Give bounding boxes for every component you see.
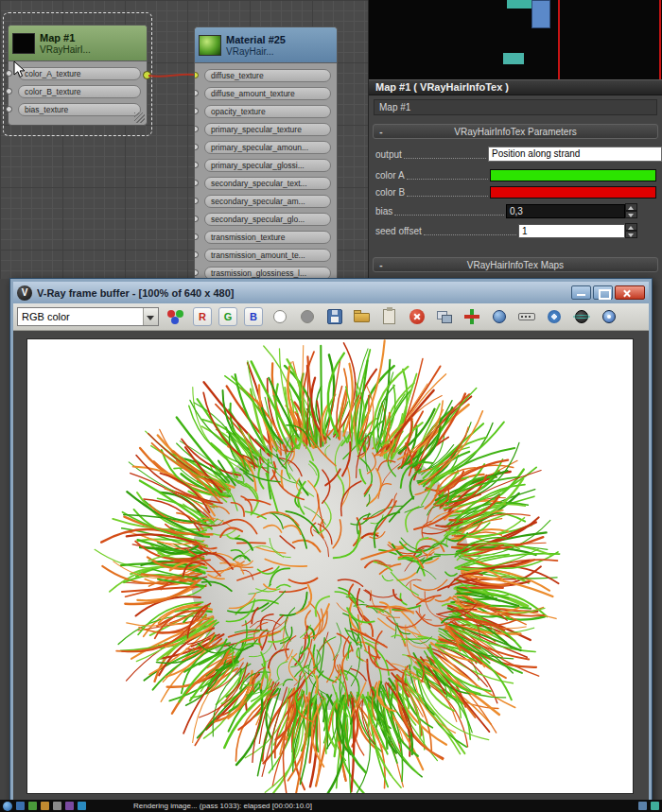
input-socket-icon[interactable] bbox=[194, 251, 199, 258]
blue-channel-button[interactable]: B bbox=[244, 307, 263, 326]
seed-offset-spinner[interactable] bbox=[625, 223, 637, 238]
color-a-label: color A bbox=[375, 170, 405, 181]
socket-label[interactable]: bias_texture bbox=[18, 103, 141, 116]
spinner-down-icon[interactable] bbox=[625, 231, 637, 238]
color-b-swatch[interactable] bbox=[490, 186, 656, 199]
socket-label[interactable]: transmission_amount_te... bbox=[204, 249, 331, 262]
chevron-down-icon[interactable] bbox=[143, 308, 158, 325]
socket-label[interactable]: color_A_texture bbox=[18, 67, 141, 80]
input-socket-icon[interactable] bbox=[194, 72, 199, 78]
socket-label[interactable]: primary_specular_texture bbox=[204, 123, 331, 136]
material-node[interactable]: Material #25 VRayHair... diffuse_texture… bbox=[194, 26, 338, 279]
collapse-icon[interactable]: - bbox=[374, 127, 389, 137]
map-output-socket[interactable] bbox=[143, 71, 151, 79]
clear-image-icon[interactable] bbox=[407, 306, 427, 327]
material-node-body: diffuse_texture diffuse_amount_texture o… bbox=[195, 69, 337, 279]
spinner-down-icon[interactable] bbox=[625, 211, 637, 218]
window-title: V-Ray frame buffer - [100% of 640 x 480] bbox=[37, 287, 569, 299]
material-node-header[interactable]: Material #25 VRayHair... bbox=[195, 27, 337, 63]
input-socket-icon[interactable] bbox=[194, 108, 199, 114]
material-node-subtitle: VRayHair... bbox=[226, 46, 286, 57]
socket-label[interactable]: secondary_specular_am... bbox=[204, 195, 331, 208]
start-orb-icon[interactable] bbox=[3, 802, 12, 811]
input-socket-icon[interactable] bbox=[194, 216, 199, 222]
color-a-swatch[interactable] bbox=[490, 169, 656, 181]
fragment-red-line-left bbox=[558, 0, 560, 79]
map-node-body: color_A_texture color_B_texture bias_tex… bbox=[9, 67, 147, 116]
slate-node-view[interactable]: Map #1 VRayHairI... color_A_texture colo… bbox=[0, 0, 368, 279]
input-socket-icon[interactable] bbox=[194, 162, 199, 168]
input-socket-icon[interactable] bbox=[194, 198, 199, 204]
taskbar-tray-icon[interactable] bbox=[651, 802, 659, 810]
input-socket-icon[interactable] bbox=[194, 126, 199, 132]
channels-icon[interactable] bbox=[166, 306, 186, 327]
seed-offset-field[interactable]: 1 bbox=[518, 224, 625, 238]
socket-label[interactable]: diffuse_amount_texture bbox=[204, 87, 331, 100]
collapse-icon[interactable]: - bbox=[374, 260, 389, 270]
blue-channel-label: B bbox=[250, 311, 257, 322]
input-socket-icon[interactable] bbox=[194, 269, 199, 276]
spinner-up-icon[interactable] bbox=[625, 223, 637, 231]
channel-select-value: RGB color bbox=[18, 311, 143, 322]
socket-label[interactable]: secondary_specular_text... bbox=[204, 177, 331, 190]
globe-icon[interactable] bbox=[571, 306, 592, 327]
lens-effects-icon[interactable] bbox=[599, 306, 619, 327]
socket-label[interactable]: primary_specular_glossi... bbox=[204, 159, 331, 172]
channel-select[interactable]: RGB color bbox=[17, 307, 159, 326]
vfb-title-bar[interactable]: V V-Ray frame buffer - [100% of 640 x 48… bbox=[13, 282, 649, 303]
input-socket-icon[interactable] bbox=[194, 144, 199, 150]
output-dropdown[interactable]: Position along strand bbox=[488, 147, 662, 162]
map-node-header[interactable]: Map #1 VRayHairI... bbox=[9, 26, 147, 61]
save-image-icon[interactable] bbox=[324, 306, 345, 327]
input-socket-icon[interactable] bbox=[6, 88, 12, 95]
socket-label[interactable]: color_B_texture bbox=[18, 85, 141, 98]
taskbar-app-icon[interactable] bbox=[65, 802, 74, 810]
fragment-teal-block bbox=[503, 53, 524, 64]
color-a-row: color A bbox=[375, 166, 662, 183]
green-channel-button[interactable]: G bbox=[218, 307, 237, 326]
taskbar[interactable]: Rendering image... (pass 1033): elapsed … bbox=[0, 800, 662, 812]
vray-frame-buffer-window[interactable]: V V-Ray frame buffer - [100% of 640 x 48… bbox=[9, 278, 653, 812]
clipboard-icon[interactable] bbox=[379, 306, 400, 327]
desktop: Map #1 VRayHairI... color_A_texture colo… bbox=[0, 0, 662, 812]
bias-field[interactable]: 0,3 bbox=[506, 204, 625, 218]
spinner-up-icon[interactable] bbox=[625, 203, 637, 211]
input-socket-icon[interactable] bbox=[6, 106, 12, 112]
material-node-thumbnail[interactable] bbox=[199, 35, 221, 56]
taskbar-tray-icon[interactable] bbox=[638, 802, 647, 810]
mono-channel-button[interactable] bbox=[270, 306, 290, 327]
socket-label[interactable]: opacity_texture bbox=[204, 105, 331, 118]
maps-rollout-header[interactable]: - VRayHairInfoTex Maps bbox=[373, 257, 658, 272]
input-socket-icon[interactable] bbox=[6, 70, 12, 77]
taskbar-app-icon[interactable] bbox=[16, 802, 25, 810]
socket-label[interactable]: primary_specular_amoun... bbox=[204, 141, 331, 154]
maximize-button[interactable] bbox=[593, 285, 613, 300]
taskbar-app-icon[interactable] bbox=[53, 802, 61, 810]
region-render-icon[interactable] bbox=[489, 306, 510, 327]
red-channel-button[interactable]: R bbox=[193, 307, 212, 326]
minimize-button[interactable] bbox=[571, 285, 591, 300]
bias-spinner[interactable] bbox=[625, 203, 637, 218]
duplicate-buffer-icon[interactable] bbox=[434, 306, 455, 327]
close-button[interactable] bbox=[615, 285, 645, 300]
alpha-channel-button[interactable] bbox=[297, 306, 318, 327]
input-socket-icon[interactable] bbox=[194, 90, 199, 96]
map-node[interactable]: Map #1 VRayHairI... color_A_texture colo… bbox=[8, 25, 148, 126]
vfb-toolbar: RGB color R G B bbox=[13, 303, 649, 331]
map-node-thumbnail[interactable] bbox=[12, 33, 35, 54]
map-name-field[interactable]: Map #1 bbox=[374, 99, 657, 115]
load-image-icon[interactable] bbox=[352, 306, 373, 327]
taskbar-app-icon[interactable] bbox=[28, 802, 37, 810]
taskbar-app-icon[interactable] bbox=[41, 802, 49, 810]
parameters-rollout-header[interactable]: - VRayHairInfoTex Parameters bbox=[373, 124, 658, 139]
socket-label[interactable]: transmission_texture bbox=[204, 231, 331, 244]
taskbar-app-icon[interactable] bbox=[78, 802, 86, 810]
input-socket-icon[interactable] bbox=[194, 180, 199, 186]
color-correction-icon[interactable] bbox=[544, 306, 565, 327]
dvi-connector-icon[interactable] bbox=[516, 306, 537, 327]
input-socket-icon[interactable] bbox=[194, 233, 199, 240]
track-mouse-icon[interactable] bbox=[462, 306, 482, 327]
socket-label[interactable]: diffuse_texture bbox=[204, 69, 331, 82]
green-channel-label: G bbox=[224, 311, 233, 322]
socket-label[interactable]: secondary_specular_glo... bbox=[204, 213, 331, 226]
